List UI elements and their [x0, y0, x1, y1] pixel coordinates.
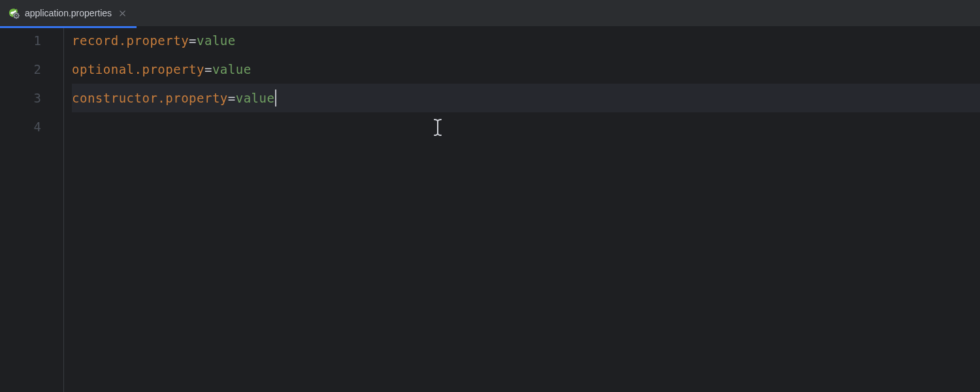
text-caret	[275, 90, 276, 106]
tab-bar: application.properties	[0, 0, 980, 26]
editor-tab-application-properties[interactable]: application.properties	[0, 0, 137, 26]
ibeam-cursor-icon	[369, 89, 381, 107]
property-key: optional.property	[72, 55, 204, 84]
line-number: 3	[0, 84, 41, 112]
code-line[interactable]: record.property=value	[72, 26, 980, 55]
tab-filename: application.properties	[25, 8, 112, 18]
code-line[interactable]	[72, 112, 980, 141]
property-value: value	[236, 84, 275, 112]
line-number-gutter: 1 2 3 4	[0, 26, 64, 392]
line-number: 2	[0, 55, 41, 84]
code-editor[interactable]: 1 2 3 4 record.property=value optional.p…	[0, 26, 980, 392]
property-separator: =	[189, 26, 197, 55]
property-key: constructor.property	[72, 84, 228, 112]
property-separator: =	[204, 55, 212, 84]
line-number: 4	[0, 112, 41, 141]
spring-config-icon	[8, 7, 20, 19]
close-icon	[119, 10, 126, 17]
code-line[interactable]: optional.property=value	[72, 55, 980, 84]
property-value: value	[197, 26, 236, 55]
svg-line-7	[14, 14, 15, 14]
code-line[interactable]: constructor.property=value	[72, 84, 980, 112]
svg-line-9	[18, 14, 19, 14]
property-separator: =	[228, 84, 236, 112]
tab-close-button[interactable]	[117, 8, 127, 18]
svg-line-8	[18, 18, 19, 18]
property-key: record.property	[72, 26, 189, 55]
code-area[interactable]: record.property=value optional.property=…	[64, 26, 980, 392]
svg-point-2	[16, 15, 17, 16]
line-number: 1	[0, 26, 41, 55]
svg-line-10	[14, 18, 15, 18]
property-value: value	[212, 55, 252, 84]
